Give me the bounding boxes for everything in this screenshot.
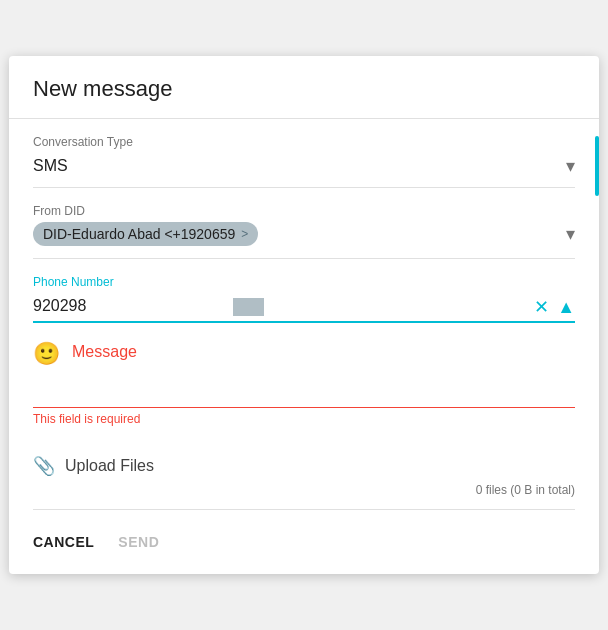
cancel-button[interactable]: CANCEL bbox=[33, 526, 94, 558]
phone-number-highlight bbox=[233, 298, 264, 316]
upload-label: Upload Files bbox=[65, 457, 154, 475]
conversation-type-section: Conversation Type SMS ▾ bbox=[33, 119, 575, 188]
new-message-dialog: New message Conversation Type SMS ▾ From… bbox=[9, 56, 599, 574]
emoji-icon[interactable]: 🙂 bbox=[33, 341, 60, 367]
clear-icon[interactable]: ✕ bbox=[534, 296, 549, 318]
message-section: 🙂 Message This field is required bbox=[33, 323, 575, 443]
from-did-select-wrapper[interactable]: DID-Eduardo Abad <+1920659 > ▾ bbox=[33, 222, 575, 246]
phone-number-section: Phone Number ✕ ▲ bbox=[33, 259, 575, 323]
phone-input-actions: ✕ ▲ bbox=[534, 296, 575, 318]
send-button[interactable]: SEND bbox=[118, 526, 159, 558]
dialog-title: New message bbox=[9, 56, 599, 119]
conversation-type-value[interactable]: SMS bbox=[33, 153, 575, 179]
phone-number-input[interactable] bbox=[33, 293, 233, 321]
phone-input-row: ✕ ▲ bbox=[33, 293, 575, 321]
message-row: 🙂 Message bbox=[33, 339, 575, 367]
message-placeholder[interactable]: Message bbox=[72, 339, 575, 365]
upload-row[interactable]: 📎 Upload Files bbox=[33, 455, 575, 477]
file-count: 0 files (0 B in total) bbox=[33, 477, 575, 505]
scrollbar-indicator[interactable] bbox=[595, 136, 599, 196]
conversation-type-select-wrapper[interactable]: SMS ▾ bbox=[33, 153, 575, 179]
from-did-pill[interactable]: DID-Eduardo Abad <+1920659 > bbox=[33, 222, 258, 246]
error-text: This field is required bbox=[33, 408, 575, 434]
from-did-section: From DID DID-Eduardo Abad <+1920659 > ▾ bbox=[33, 188, 575, 259]
expand-icon[interactable]: ▲ bbox=[557, 297, 575, 318]
from-did-value: DID-Eduardo Abad <+1920659 bbox=[43, 226, 235, 242]
did-pill-arrow: > bbox=[241, 227, 248, 241]
phone-number-label: Phone Number bbox=[33, 275, 575, 289]
upload-section: 📎 Upload Files 0 files (0 B in total) bbox=[33, 443, 575, 510]
from-did-label: From DID bbox=[33, 204, 575, 218]
conversation-type-label: Conversation Type bbox=[33, 135, 575, 149]
chevron-down-icon: ▾ bbox=[566, 223, 575, 245]
paperclip-icon[interactable]: 📎 bbox=[33, 455, 55, 477]
dialog-body: Conversation Type SMS ▾ From DID DID-Edu… bbox=[9, 119, 599, 510]
dialog-footer: CANCEL SEND bbox=[9, 510, 599, 574]
